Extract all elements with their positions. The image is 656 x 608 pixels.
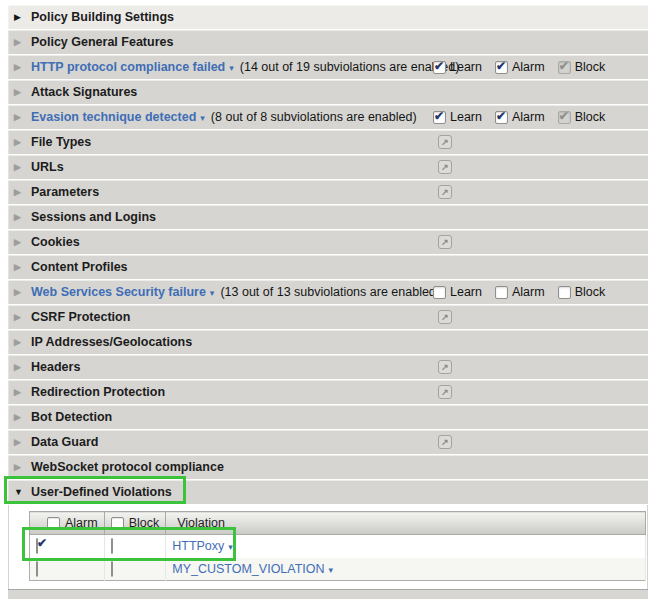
violation-link-http-protocol-compliance-failed[interactable]: HTTP protocol compliance failed — [31, 60, 225, 74]
collapsed-arrow-icon: ▶ — [14, 187, 31, 197]
row-right-controls: LearnAlarmBlock — [433, 280, 618, 304]
open-in-popup-icon[interactable]: ↗ — [438, 135, 452, 149]
collapsed-arrow-icon: ▶ — [14, 387, 31, 397]
collapsed-arrow-icon: ▶ — [14, 312, 31, 322]
section-row-websocket-protocol-compliance[interactable]: ▶ WebSocket protocol compliance — [8, 455, 648, 479]
sections-list: ▶ Policy Building Settings ▶ Policy Gene… — [8, 5, 648, 504]
row-right-controls: ↗ — [433, 130, 452, 154]
violation-link-my-custom-violation[interactable]: MY_CUSTOM_VIOLATION — [172, 562, 324, 576]
open-in-popup-icon[interactable]: ↗ — [438, 360, 452, 374]
alarm-checkbox[interactable] — [495, 286, 508, 299]
dropdown-icon[interactable]: ▾ — [210, 288, 215, 298]
section-row-web-services-security-failure[interactable]: ▶ Web Services Security failure ▾ (13 ou… — [8, 280, 648, 304]
row-right-controls: ↗ — [433, 355, 452, 379]
open-in-popup-icon[interactable]: ↗ — [438, 185, 452, 199]
section-label: File Types — [31, 135, 91, 149]
section-row-parameters[interactable]: ▶ Parameters ↗ — [8, 180, 648, 204]
section-label: Redirection Protection — [31, 385, 165, 399]
row-right-controls: ↗ — [433, 380, 452, 404]
arrow-up-right-icon: ↗ — [441, 238, 449, 247]
section-row-attack-signatures[interactable]: ▶ Attack Signatures — [8, 80, 648, 104]
section-row-ip-addresses-geolocations[interactable]: ▶ IP Addresses/Geolocations — [8, 330, 648, 354]
open-in-popup-icon[interactable]: ↗ — [438, 160, 452, 174]
dropdown-icon[interactable]: ▾ — [228, 542, 233, 552]
expanded-arrow-icon: ▼ — [14, 487, 31, 497]
collapsed-arrow-icon: ▶ — [14, 87, 31, 97]
block-checkbox-my-custom-violation[interactable] — [111, 561, 113, 577]
alarm-checkbox[interactable] — [495, 111, 508, 124]
section-row-headers[interactable]: ▶ Headers ↗ — [8, 355, 648, 379]
alarm-checkbox-my-custom-violation[interactable] — [36, 561, 38, 577]
checkbox-label: Block — [575, 110, 606, 124]
learn-checkbox[interactable] — [433, 111, 446, 124]
arrow-up-right-icon: ↗ — [441, 388, 449, 397]
block-column-header: Block — [104, 512, 166, 535]
arrow-up-right-icon: ↗ — [441, 313, 449, 322]
collapsed-arrow-icon: ▶ — [14, 112, 31, 122]
subviolations-summary: (13 out of 13 subviolations are enabled) — [220, 285, 440, 299]
section-row-redirection-protection[interactable]: ▶ Redirection Protection ↗ — [8, 380, 648, 404]
row-right-controls: LearnAlarmBlock — [433, 55, 618, 79]
section-label: Parameters — [31, 185, 99, 199]
section-label: Content Profiles — [31, 260, 128, 274]
section-row-policy-general-features[interactable]: ▶ Policy General Features — [8, 30, 648, 54]
checkbox-label: Learn — [450, 285, 482, 299]
section-row-policy-building-settings[interactable]: ▶ Policy Building Settings — [8, 5, 648, 29]
open-in-popup-icon[interactable]: ↗ — [438, 310, 452, 324]
alarm-checkbox-httpoxy[interactable] — [36, 538, 38, 554]
dropdown-icon[interactable]: ▾ — [329, 565, 334, 575]
open-in-popup-icon[interactable]: ↗ — [438, 435, 452, 449]
checkbox-label: Learn — [450, 60, 482, 74]
row-right-controls: ↗ — [433, 180, 452, 204]
violation-link-httpoxy[interactable]: HTTPoxy — [172, 539, 224, 553]
alarm-checkbox[interactable] — [495, 61, 508, 74]
dropdown-icon[interactable]: ▾ — [200, 113, 205, 123]
section-row-urls[interactable]: ▶ URLs ↗ — [8, 155, 648, 179]
section-row-sessions-and-logins[interactable]: ▶ Sessions and Logins — [8, 205, 648, 229]
collapsed-arrow-icon: ▶ — [14, 137, 31, 147]
section-footer-bar — [8, 589, 648, 599]
section-label: WebSocket protocol compliance — [31, 460, 224, 474]
arrow-up-right-icon: ↗ — [441, 438, 449, 447]
violation-column-header: Violation — [166, 512, 646, 535]
collapsed-arrow-icon: ▶ — [14, 62, 31, 72]
collapsed-arrow-icon: ▶ — [14, 412, 31, 422]
section-row-cookies[interactable]: ▶ Cookies ↗ — [8, 230, 648, 254]
learn-checkbox[interactable] — [433, 286, 446, 299]
subviolations-summary: (8 out of 8 subviolations are enabled) — [211, 110, 417, 124]
section-row-content-profiles[interactable]: ▶ Content Profiles — [8, 255, 648, 279]
section-label: Headers — [31, 360, 80, 374]
alarm-column-header: Alarm — [30, 512, 105, 535]
section-row-user-defined-violations[interactable]: ▼ User-Defined Violations — [8, 480, 648, 504]
section-label: Data Guard — [31, 435, 98, 449]
violation-row-httpoxy: HTTPoxy▾ — [30, 535, 646, 558]
violations-table: Alarm Block Violation — [29, 511, 646, 581]
block-checkbox[interactable] — [558, 286, 571, 299]
section-label: URLs — [31, 160, 64, 174]
violation-link-evasion-technique-detected[interactable]: Evasion technique detected — [31, 110, 196, 124]
block-checkbox-httpoxy[interactable] — [111, 538, 113, 554]
alarm-select-all-checkbox[interactable] — [47, 517, 60, 530]
section-label: CSRF Protection — [31, 310, 130, 324]
collapsed-arrow-icon: ▶ — [14, 287, 31, 297]
section-row-http-protocol-compliance-failed[interactable]: ▶ HTTP protocol compliance failed ▾ (14 … — [8, 55, 648, 79]
row-right-controls: ↗ — [433, 230, 452, 254]
open-in-popup-icon[interactable]: ↗ — [438, 385, 452, 399]
user-defined-violations-panel: Alarm Block Violation — [8, 505, 648, 589]
block-checkbox-item: Block — [558, 110, 606, 124]
violations-table-body: HTTPoxy▾ MY_CUSTOM_VIOLATION▾ — [30, 535, 646, 581]
learn-checkbox-item: Learn — [433, 285, 482, 299]
block-select-all-checkbox[interactable] — [111, 517, 124, 530]
learn-checkbox[interactable] — [433, 61, 446, 74]
section-row-file-types[interactable]: ▶ File Types ↗ — [8, 130, 648, 154]
arrow-up-right-icon: ↗ — [441, 363, 449, 372]
section-row-bot-detection[interactable]: ▶ Bot Detection — [8, 405, 648, 429]
violation-link-web-services-security-failure[interactable]: Web Services Security failure — [31, 285, 206, 299]
open-in-popup-icon[interactable]: ↗ — [438, 235, 452, 249]
section-label: Cookies — [31, 235, 80, 249]
dropdown-icon[interactable]: ▾ — [229, 63, 234, 73]
section-row-data-guard[interactable]: ▶ Data Guard ↗ — [8, 430, 648, 454]
section-row-csrf-protection[interactable]: ▶ CSRF Protection ↗ — [8, 305, 648, 329]
collapsed-arrow-icon: ▶ — [14, 237, 31, 247]
section-row-evasion-technique-detected[interactable]: ▶ Evasion technique detected ▾ (8 out of… — [8, 105, 648, 129]
